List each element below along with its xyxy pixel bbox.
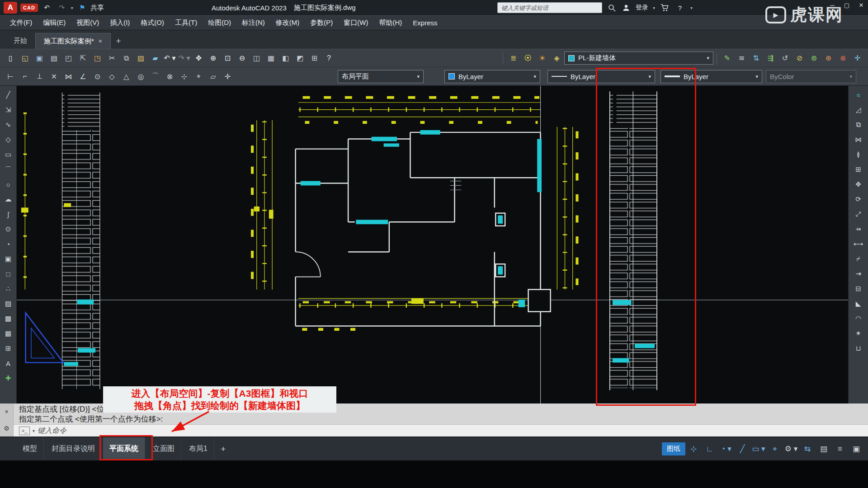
paste-icon[interactable]: ▨ xyxy=(134,51,148,65)
move-icon[interactable]: ✥ xyxy=(852,178,865,191)
circle-icon[interactable]: ○ xyxy=(1,178,15,191)
hardware-accel-icon[interactable]: ▤ xyxy=(816,441,832,457)
polyline-icon[interactable]: ∿ xyxy=(1,118,15,131)
layer-off-icon[interactable]: ⦿ xyxy=(521,51,535,65)
isodraft-icon[interactable]: ╱ xyxy=(734,441,750,457)
new-layout-button[interactable]: + xyxy=(216,437,231,460)
snap-midpoint-icon[interactable]: ⟂ xyxy=(33,70,47,84)
copy-clip-icon[interactable]: ⧉ xyxy=(119,51,133,65)
polygon-icon[interactable]: ◇ xyxy=(1,133,15,146)
dwf-icon[interactable]: ◳ xyxy=(90,51,104,65)
undo-icon[interactable]: ↶ ▾ xyxy=(163,51,177,65)
workspace-switch-icon[interactable]: ⚙ ▾ xyxy=(783,441,799,457)
fullscreen-icon[interactable]: ▣ xyxy=(848,441,864,457)
hatch-icon[interactable]: ▨ xyxy=(1,297,15,310)
snap-extension-icon[interactable]: ∠ xyxy=(76,70,90,84)
spline-icon[interactable]: ∫ xyxy=(1,207,15,221)
table-icon[interactable]: ⊞ xyxy=(1,342,15,355)
customization-icon[interactable]: ≡ xyxy=(832,441,848,457)
ortho-mode-icon[interactable]: ∟ xyxy=(702,441,718,457)
layer-unisolate-icon[interactable]: ⊚ xyxy=(807,51,821,65)
snap-apparent-icon[interactable]: ⋈ xyxy=(61,70,75,84)
help-dropdown-icon[interactable]: ▾ xyxy=(690,5,693,10)
layout-tab-layout1[interactable]: 布局1 xyxy=(183,437,214,460)
point-icon[interactable]: ∴ xyxy=(1,282,15,296)
pan-icon[interactable]: ✥ xyxy=(192,51,206,65)
user-icon[interactable] xyxy=(621,3,631,13)
snap-center-icon[interactable]: ⊙ xyxy=(90,70,104,84)
publish-icon[interactable]: ⇱ xyxy=(76,51,90,65)
layer-states-icon[interactable]: ≋ xyxy=(735,51,749,65)
gradient-icon[interactable]: ▩ xyxy=(1,312,15,325)
xline-icon[interactable]: ⇲ xyxy=(1,103,15,117)
open-file-icon[interactable]: ◱ xyxy=(18,51,32,65)
qat-undo-icon[interactable]: ↶ xyxy=(41,2,53,14)
help-icon[interactable]: ? xyxy=(674,2,686,14)
autocad-logo-icon[interactable]: A xyxy=(4,2,17,14)
break-icon[interactable]: ⊟ xyxy=(852,282,865,296)
layer-merge-icon[interactable]: ⊕ xyxy=(821,51,835,65)
snap-node-icon[interactable]: ⊹ xyxy=(177,70,191,84)
add-selected-icon[interactable]: ✚ xyxy=(1,371,15,385)
cut-icon[interactable]: ✂ xyxy=(105,51,119,65)
snap-quadrant-icon[interactable]: ◇ xyxy=(105,70,119,84)
menu-format[interactable]: 格式(O) xyxy=(135,16,170,30)
view-combo[interactable]: 布局平面 ▾ xyxy=(338,70,424,83)
scale-icon[interactable]: ⤢ xyxy=(852,207,865,221)
layer-properties-icon[interactable]: ≣ xyxy=(506,51,520,65)
snap-intersection-icon[interactable]: ✕ xyxy=(47,70,61,84)
command-prompt-icon[interactable]: >_ xyxy=(19,427,30,435)
snap-nearest-icon[interactable]: ⌖ xyxy=(192,70,206,84)
erase-icon[interactable]: ◿ xyxy=(852,103,865,117)
named-views-icon[interactable]: ▦ xyxy=(264,51,278,65)
menu-express[interactable]: Express xyxy=(407,16,443,30)
signin-label[interactable]: 登录 xyxy=(636,4,648,12)
paper-space-button[interactable]: 图纸 xyxy=(662,442,685,455)
array-icon[interactable]: ⊞ xyxy=(852,163,865,176)
command-customize-icon[interactable]: ⚙ xyxy=(4,425,9,432)
make-current-icon[interactable]: ✎ xyxy=(720,51,734,65)
annotation-monitor-icon[interactable]: ⇆ xyxy=(799,441,816,457)
menu-window[interactable]: 窗口(W) xyxy=(338,16,373,30)
menu-parametric[interactable]: 参数(P) xyxy=(305,16,338,30)
menu-dimension[interactable]: 标注(N) xyxy=(236,16,270,30)
menu-file[interactable]: 文件(F) xyxy=(5,16,38,30)
layout-tab-cover[interactable]: 封面目录说明 xyxy=(45,437,102,460)
ellipse-arc-icon[interactable]: ◔ xyxy=(1,237,15,251)
ellipse-icon[interactable]: ⊙ xyxy=(1,222,15,236)
menu-edit[interactable]: 编辑(E) xyxy=(38,16,71,30)
menu-draw[interactable]: 绘图(D) xyxy=(203,16,236,30)
command-prompt-caret-icon[interactable]: ▾ xyxy=(33,428,35,433)
minimize-button[interactable]: ─ xyxy=(828,1,836,9)
revcloud-icon[interactable]: ☁ xyxy=(1,192,15,206)
annotation-scale-icon[interactable]: ◔ ▾ xyxy=(718,441,734,457)
menu-modify[interactable]: 修改(M) xyxy=(270,16,305,30)
mtext-icon[interactable]: A xyxy=(1,357,15,370)
menu-tools[interactable]: 工具(T) xyxy=(170,16,203,30)
3d-views-icon[interactable]: ◧ xyxy=(278,51,292,65)
snap-endpoint-icon[interactable]: ⌐ xyxy=(18,70,32,84)
menu-view[interactable]: 视图(V) xyxy=(71,16,104,30)
calculator-icon[interactable]: ⊞ xyxy=(307,51,321,65)
color-combo[interactable]: ByLayer ▾ xyxy=(444,70,540,83)
snap-insert-icon[interactable]: ⊗ xyxy=(163,70,177,84)
mirror-icon[interactable]: ⋈ xyxy=(852,133,865,146)
stretch-icon[interactable]: ⇸ xyxy=(852,222,865,236)
fillet-icon[interactable]: ◠ xyxy=(852,312,865,325)
join-icon[interactable]: ⊔ xyxy=(852,342,865,355)
arc-icon[interactable]: ⌒ xyxy=(1,163,15,176)
rectangle-icon[interactable]: ▭ xyxy=(1,148,15,161)
autoscale-icon[interactable]: ⌖ xyxy=(767,441,783,457)
save-icon[interactable]: ▣ xyxy=(33,51,47,65)
layer-freeze-icon[interactable]: ☀ xyxy=(535,51,549,65)
match-properties-icon[interactable]: ▰ xyxy=(148,51,162,65)
restore-button[interactable]: ▢ xyxy=(843,1,851,9)
zoom-window-icon[interactable]: ⊡ xyxy=(221,51,235,65)
snap-settings-icon[interactable]: ✛ xyxy=(221,70,235,84)
snap-none-icon[interactable]: ▱ xyxy=(206,70,220,84)
grid-display-icon[interactable]: ⊹ xyxy=(685,441,702,457)
rotate-icon[interactable]: ⟳ xyxy=(852,192,865,206)
print-icon[interactable]: ▤ xyxy=(47,51,61,65)
layer-match-icon[interactable]: ⇶ xyxy=(764,51,778,65)
menu-help[interactable]: 帮助(H) xyxy=(373,16,407,30)
